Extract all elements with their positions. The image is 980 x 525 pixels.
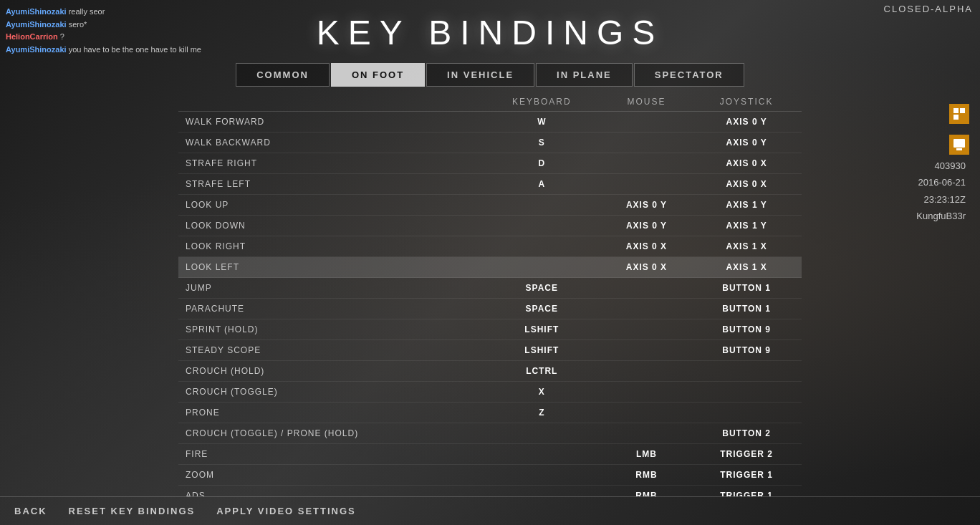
tab-in-plane[interactable]: IN PLANE (536, 63, 633, 87)
session-id: 403930 (916, 158, 966, 174)
table-row[interactable]: LOOK DOWNAXIS 0 YAXIS 1 Y (178, 216, 802, 236)
mouse-cell (602, 278, 692, 299)
chat-line-2: AyumiShinozaki sero* (6, 19, 202, 32)
table-row[interactable]: CROUCH (HOLD)LCTRL (178, 361, 802, 382)
keyboard-cell: D (482, 153, 602, 174)
apply-button[interactable]: APPLY VIDEO SETTINGS (216, 506, 356, 516)
keyboard-cell: SPACE (482, 278, 602, 299)
table-row[interactable]: SPRINT (HOLD)LSHIFTBUTTON 9 (178, 319, 802, 340)
main-container: KEY BINDINGS COMMON ON FOOT IN VEHICLE I… (0, 0, 980, 525)
mouse-cell (602, 423, 692, 444)
mouse-cell: AXIS 0 Y (602, 195, 692, 216)
action-cell: CROUCH (HOLD) (178, 361, 482, 382)
keyboard-cell (482, 486, 602, 497)
chat-name-4: AyumiShinozaki (6, 45, 67, 54)
bindings-container[interactable]: KEYBOARD MOUSE JOYSTICK WALK FORWARDWAXI… (178, 92, 802, 496)
col-mouse: MOUSE (602, 92, 692, 112)
reset-button[interactable]: RESET KEY BINDINGS (69, 506, 196, 516)
col-keyboard: KEYBOARD (482, 92, 602, 112)
action-cell: LOOK LEFT (178, 257, 482, 278)
chat-message-4: you have to be the one have to kill me (69, 45, 201, 54)
session-user: KungfuB33r (916, 208, 966, 224)
table-row[interactable]: JUMPSPACEBUTTON 1 (178, 278, 802, 299)
table-row[interactable]: STRAFE RIGHTDAXIS 0 X (178, 153, 802, 174)
icon-box-bottom[interactable] (949, 135, 969, 155)
chat-line-4: AyumiShinozaki you have to be the one ha… (6, 44, 202, 57)
action-cell: CROUCH (TOGGLE) / PRONE (HOLD) (178, 423, 482, 444)
joystick-cell: BUTTON 2 (691, 423, 802, 444)
action-cell: JUMP (178, 278, 482, 299)
chat-name-3: HelionCarrion (6, 32, 58, 41)
table-row[interactable]: WALK FORWARDWAXIS 0 Y (178, 112, 802, 133)
action-cell: ZOOM (178, 465, 482, 486)
chat-message-1: really seor (69, 7, 105, 16)
joystick-cell: AXIS 1 X (691, 257, 802, 278)
mouse-cell: LMB (602, 444, 692, 465)
right-icons-panel (949, 104, 969, 155)
table-row[interactable]: LOOK RIGHTAXIS 0 XAXIS 1 X (178, 236, 802, 257)
back-button[interactable]: BACK (14, 506, 47, 516)
joystick-cell: BUTTON 1 (691, 278, 802, 299)
joystick-cell (691, 403, 802, 423)
action-cell: SPRINT (HOLD) (178, 319, 482, 340)
svg-rect-3 (953, 139, 965, 148)
table-row[interactable]: ZOOMRMBTRIGGER 1 (178, 465, 802, 486)
svg-rect-2 (953, 115, 959, 120)
table-row[interactable]: STRAFE LEFTAAXIS 0 X (178, 174, 802, 195)
svg-rect-0 (953, 108, 959, 113)
table-row[interactable]: LOOK LEFTAXIS 0 XAXIS 1 X (178, 257, 802, 278)
table-row[interactable]: ADS...RMBTRIGGER 1 (178, 486, 802, 497)
joystick-cell: TRIGGER 1 (691, 486, 802, 497)
tab-on-foot[interactable]: ON FOOT (331, 63, 425, 87)
action-cell: WALK BACKWARD (178, 133, 482, 153)
joystick-cell: BUTTON 9 (691, 340, 802, 361)
action-cell: STRAFE RIGHT (178, 153, 482, 174)
action-cell: LOOK DOWN (178, 216, 482, 236)
chat-name-1: AyumiShinozaki (6, 7, 67, 16)
mouse-cell (602, 403, 692, 423)
mouse-cell (602, 299, 692, 319)
keyboard-cell: LSHIFT (482, 319, 602, 340)
keyboard-cell: X (482, 382, 602, 403)
action-cell: STEADY SCOPE (178, 340, 482, 361)
table-row[interactable]: PRONEZ (178, 403, 802, 423)
keyboard-cell: A (482, 174, 602, 195)
action-cell: STRAFE LEFT (178, 174, 482, 195)
chat-overlay: AyumiShinozaki really seor AyumiShinozak… (0, 0, 208, 62)
table-row[interactable]: CROUCH (TOGGLE)X (178, 382, 802, 403)
mouse-cell (602, 153, 692, 174)
table-row[interactable]: PARACHUTESPACEBUTTON 1 (178, 299, 802, 319)
joystick-cell: AXIS 1 Y (691, 216, 802, 236)
svg-rect-4 (956, 148, 962, 150)
joystick-cell: TRIGGER 1 (691, 465, 802, 486)
session-date: 2016-06-21 (916, 174, 966, 191)
mouse-cell (602, 112, 692, 133)
mouse-cell: AXIS 0 Y (602, 216, 692, 236)
keyboard-cell (482, 444, 602, 465)
col-joystick: JOYSTICK (691, 92, 802, 112)
table-row[interactable]: STEADY SCOPELSHIFTBUTTON 9 (178, 340, 802, 361)
chat-line-1: AyumiShinozaki really seor (6, 6, 202, 19)
mouse-cell (602, 319, 692, 340)
right-info-panel: 403930 2016-06-21 23:23:12Z KungfuB33r (916, 158, 966, 225)
action-cell: WALK FORWARD (178, 112, 482, 133)
mouse-cell: RMB (602, 465, 692, 486)
keyboard-cell (482, 423, 602, 444)
table-row[interactable]: WALK BACKWARDSAXIS 0 Y (178, 133, 802, 153)
tab-spectator[interactable]: SPECTATOR (634, 63, 744, 87)
col-action (178, 92, 482, 112)
tab-common[interactable]: COMMON (236, 63, 330, 87)
table-row[interactable]: CROUCH (TOGGLE) / PRONE (HOLD)BUTTON 2 (178, 423, 802, 444)
content-area: KEYBOARD MOUSE JOYSTICK WALK FORWARDWAXI… (0, 92, 980, 496)
tab-in-vehicle[interactable]: IN VEHICLE (426, 63, 534, 87)
icon-box-top[interactable] (949, 104, 969, 124)
table-row[interactable]: FIRELMBTRIGGER 2 (178, 444, 802, 465)
joystick-cell: BUTTON 1 (691, 299, 802, 319)
keyboard-cell: W (482, 112, 602, 133)
joystick-cell (691, 382, 802, 403)
joystick-cell: TRIGGER 2 (691, 444, 802, 465)
joystick-cell: BUTTON 9 (691, 319, 802, 340)
keyboard-cell (482, 257, 602, 278)
table-row[interactable]: LOOK UPAXIS 0 YAXIS 1 Y (178, 195, 802, 216)
bottom-bar: BACK RESET KEY BINDINGS APPLY VIDEO SETT… (0, 496, 980, 525)
